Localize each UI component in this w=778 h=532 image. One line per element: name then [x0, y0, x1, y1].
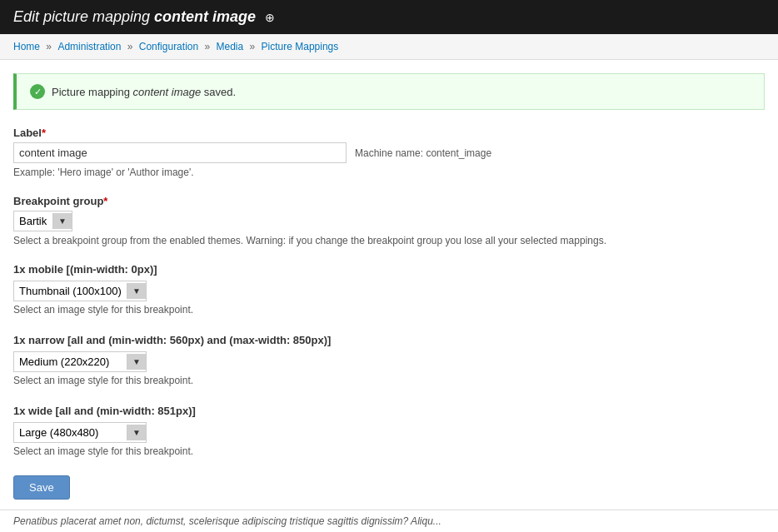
breakpoint-select-wrapper-wide[interactable]: Thumbnail (100x100)Medium (220x220)Large…	[13, 422, 147, 443]
breadcrumb-configuration[interactable]: Configuration	[139, 41, 198, 52]
breadcrumb: Home » Administration » Configuration » …	[0, 34, 778, 60]
breakpoint-select-mobile[interactable]: Thumbnail (100x100)Medium (220x220)Large…	[14, 281, 127, 301]
breakpoint-section-narrow: 1x narrow [all and (min-width: 560px) an…	[13, 334, 765, 386]
breadcrumb-picture-mappings[interactable]: Picture Mappings	[262, 41, 339, 52]
save-button[interactable]: Save	[13, 475, 70, 500]
success-text: Picture mapping content image saved.	[52, 86, 236, 98]
breakpoints-container: 1x mobile [(min-width: 0px)]Thumbnail (1…	[13, 263, 765, 457]
label-hint: Example: 'Hero image' or 'Author image'.	[13, 167, 765, 178]
breakpoint-title-narrow: 1x narrow [all and (min-width: 560px) an…	[13, 334, 765, 346]
breakpoint-section-wide: 1x wide [all and (min-width: 851px)]Thum…	[13, 405, 765, 457]
page-title: Edit picture mapping content image ⊕	[13, 8, 275, 26]
success-icon: ✓	[30, 84, 45, 99]
breakpoint-title-mobile: 1x mobile [(min-width: 0px)]	[13, 263, 765, 276]
success-message: ✓ Picture mapping content image saved.	[13, 73, 765, 110]
breakpoint-hint-narrow: Select an image style for this breakpoin…	[13, 375, 765, 386]
breadcrumb-media[interactable]: Media	[217, 41, 244, 52]
main-content: ✓ Picture mapping content image saved. L…	[0, 60, 778, 513]
label-section: Label* Machine name: content_image Examp…	[13, 127, 765, 178]
breakpoint-hint-mobile: Select an image style for this breakpoin…	[13, 304, 765, 316]
breakpoint-group-select[interactable]: Bartik	[14, 211, 52, 231]
breadcrumb-administration[interactable]: Administration	[57, 41, 121, 52]
breakpoint-group-dropdown-arrow[interactable]: ▼	[52, 213, 72, 229]
breakpoint-group-label: Breakpoint group*	[13, 195, 765, 207]
breadcrumb-home[interactable]: Home	[13, 41, 40, 52]
breakpoint-dropdown-arrow-narrow[interactable]: ▼	[127, 354, 146, 370]
footer-text: Penatibus placerat amet non, dictumst, s…	[0, 510, 778, 513]
breakpoint-title-wide: 1x wide [all and (min-width: 851px)]	[13, 405, 765, 417]
machine-name: Machine name: content_image	[355, 147, 491, 159]
breakpoint-group-hint: Select a breakpoint group from the enabl…	[13, 235, 765, 246]
breakpoint-dropdown-arrow-mobile[interactable]: ▼	[127, 283, 146, 299]
label-field-label: Label*	[13, 127, 765, 139]
breakpoint-select-wide[interactable]: Thumbnail (100x100)Medium (220x220)Large…	[14, 423, 127, 442]
label-input[interactable]	[13, 142, 347, 163]
breakpoint-hint-wide: Select an image style for this breakpoin…	[13, 445, 765, 457]
label-input-row: Machine name: content_image	[13, 142, 765, 163]
breakpoint-group-select-wrapper[interactable]: Bartik ▼	[13, 211, 72, 231]
breakpoint-group-section: Breakpoint group* Bartik ▼ Select a brea…	[13, 195, 765, 246]
breakpoint-select-narrow[interactable]: Thumbnail (100x100)Medium (220x220)Large…	[14, 352, 127, 371]
title-bar: Edit picture mapping content image ⊕	[0, 0, 778, 34]
add-icon[interactable]: ⊕	[265, 11, 275, 24]
breakpoint-select-wrapper-mobile[interactable]: Thumbnail (100x100)Medium (220x220)Large…	[13, 281, 147, 301]
breakpoint-select-wrapper-narrow[interactable]: Thumbnail (100x100)Medium (220x220)Large…	[13, 351, 147, 372]
breakpoint-section-mobile: 1x mobile [(min-width: 0px)]Thumbnail (1…	[13, 263, 765, 316]
breakpoint-dropdown-arrow-wide[interactable]: ▼	[127, 425, 146, 440]
